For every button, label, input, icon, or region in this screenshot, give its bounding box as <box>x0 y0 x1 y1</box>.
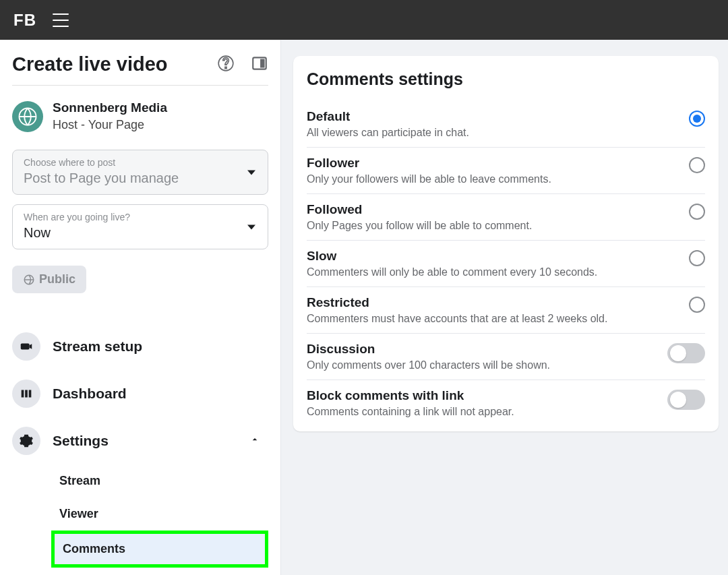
option-desc: All viewers can participate in chat. <box>307 127 675 139</box>
select-label: Choose where to post <box>24 157 257 168</box>
svg-rect-1 <box>260 59 265 68</box>
sub-nav-viewer[interactable]: Viewer <box>51 497 268 531</box>
camera-icon <box>12 332 40 361</box>
option-title: Block comments with link <box>307 388 654 403</box>
option-row: FollowerOnly your followers will be able… <box>307 148 705 194</box>
svg-rect-5 <box>22 390 24 398</box>
nav-label: Settings <box>53 433 109 449</box>
host-name: Sonnenberg Media <box>53 100 167 115</box>
page-title: Create live video <box>12 53 168 75</box>
nav-settings[interactable]: Settings <box>12 417 268 464</box>
radio-button[interactable] <box>689 157 705 173</box>
option-row: RestrictedCommenters must have accounts … <box>307 287 705 334</box>
nav-stream-setup[interactable]: Stream setup <box>12 323 268 370</box>
option-desc: Only your followers will be able to leav… <box>307 173 675 185</box>
nav-label: Stream setup <box>53 338 142 355</box>
option-title: Follower <box>307 156 675 171</box>
radio-button[interactable] <box>689 111 705 127</box>
option-title: Default <box>307 109 675 124</box>
privacy-badge[interactable]: Public <box>12 266 86 293</box>
sub-nav-stream[interactable]: Stream <box>51 464 268 497</box>
sidebar: Create live video Sonnenberg Media Host … <box>0 40 281 575</box>
select-placeholder: Post to Page you manage <box>24 171 257 186</box>
globe-icon <box>23 274 35 286</box>
option-title: Followed <box>307 202 675 217</box>
logo: FB <box>13 11 36 30</box>
select-label: When are you going live? <box>24 212 257 222</box>
option-desc: Comments containing a link will not appe… <box>307 406 654 418</box>
main-content: Comments settings DefaultAll viewers can… <box>281 40 728 575</box>
sub-nav-live-tab[interactable]: Live tab <box>51 568 268 575</box>
nav-label: Dashboard <box>53 386 127 402</box>
option-row: DefaultAll viewers can participate in ch… <box>307 101 705 148</box>
select-value: Now <box>24 225 257 241</box>
comments-settings-card: Comments settings DefaultAll viewers can… <box>293 56 719 431</box>
option-row: FollowedOnly Pages you follow will be ab… <box>307 194 705 241</box>
nav-dashboard[interactable]: Dashboard <box>12 370 268 417</box>
card-title: Comments settings <box>307 69 705 89</box>
option-row: DiscussionOnly comments over 100 charact… <box>307 334 705 380</box>
toggle-switch[interactable] <box>667 390 705 410</box>
host-subtitle: Host - Your Page <box>53 118 167 132</box>
when-live-select[interactable]: When are you going live? Now <box>12 204 268 249</box>
post-destination-select[interactable]: Choose where to post Post to Page you ma… <box>12 150 268 195</box>
radio-button[interactable] <box>689 250 705 266</box>
svg-rect-4 <box>21 343 30 349</box>
divider <box>12 85 268 86</box>
chevron-down-icon <box>247 224 255 229</box>
gear-icon <box>12 427 40 455</box>
option-desc: Only comments over 100 characters will b… <box>307 359 654 371</box>
chevron-down-icon <box>247 170 255 175</box>
option-desc: Only Pages you follow will be able to co… <box>307 220 675 232</box>
bars-icon <box>12 380 40 408</box>
svg-rect-7 <box>29 390 32 398</box>
option-desc: Commenters will only be able to comment … <box>307 266 675 278</box>
chevron-up-icon <box>249 434 260 448</box>
menu-icon[interactable] <box>53 13 69 27</box>
host-row: Sonnenberg Media Host - Your Page <box>12 100 268 132</box>
option-row: SlowCommenters will only be able to comm… <box>307 241 705 287</box>
option-title: Restricted <box>307 295 675 310</box>
help-icon[interactable] <box>217 55 235 75</box>
option-title: Slow <box>307 249 675 264</box>
avatar <box>12 101 43 132</box>
radio-button[interactable] <box>689 204 705 220</box>
option-row: Block comments with linkComments contain… <box>307 380 705 426</box>
svg-rect-6 <box>25 390 28 398</box>
option-desc: Commenters must have accounts that are a… <box>307 313 675 325</box>
toggle-switch[interactable] <box>667 343 705 363</box>
radio-button[interactable] <box>689 297 705 313</box>
option-title: Discussion <box>307 342 654 357</box>
topbar: FB <box>0 0 728 40</box>
privacy-label: Public <box>39 272 75 286</box>
panel-icon[interactable] <box>251 55 268 75</box>
sub-nav-label: Comments <box>55 534 265 564</box>
sub-nav-comments[interactable]: Comments <box>51 531 268 568</box>
